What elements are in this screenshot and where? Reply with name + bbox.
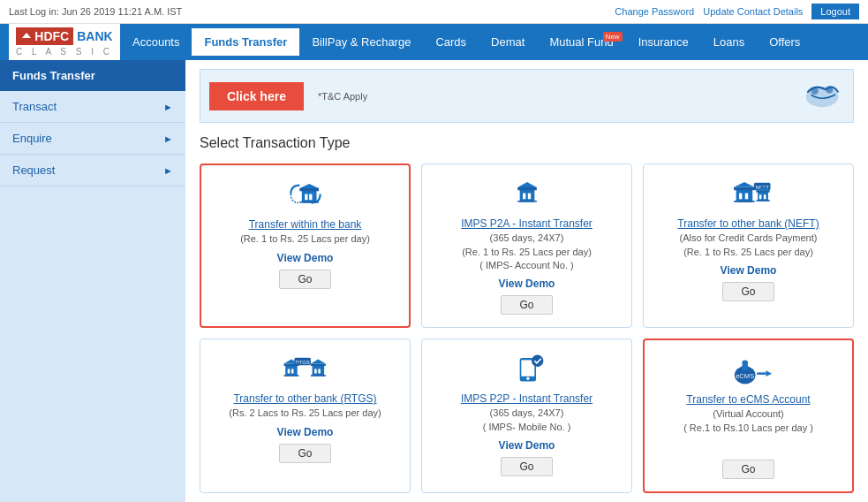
imps-p2a-view-demo[interactable]: View Demo: [431, 278, 623, 290]
svg-rect-26: [756, 190, 769, 193]
within-bank-link[interactable]: Transfer within the bank: [210, 218, 400, 231]
imps-p2p-icon: [431, 352, 623, 385]
classic-text: C L A S S I C: [16, 47, 113, 57]
hdfc-logo-box: HDFC: [16, 27, 73, 45]
svg-rect-22: [739, 194, 742, 200]
imps-p2p-view-demo[interactable]: View Demo: [431, 439, 623, 452]
handshake-icon: [800, 75, 844, 117]
enquire-arrow-icon: ►: [163, 133, 173, 144]
svg-marker-7: [299, 184, 319, 188]
nav-cards[interactable]: Cards: [423, 28, 479, 56]
logo: HDFC BANK C L A S S I C: [9, 24, 120, 60]
svg-rect-42: [314, 369, 317, 374]
svg-marker-41: [310, 360, 325, 364]
svg-rect-23: [744, 194, 747, 200]
svg-rect-36: [287, 369, 290, 374]
nav-offers[interactable]: Offers: [757, 28, 812, 56]
svg-rect-10: [299, 202, 319, 203]
top-bar: Last Log in: Jun 26 2019 11:21 A.M. IST …: [0, 0, 868, 24]
svg-rect-24: [734, 201, 755, 202]
transaction-grid-row1: Transfer within the bank (Re. 1 to Rs. 2…: [200, 164, 854, 328]
main-nav: Accounts Funds Transfer BillPay & Rechar…: [120, 28, 812, 56]
nav-insurance[interactable]: Insurance: [626, 28, 701, 56]
within-bank-desc: (Re. 1 to Rs. 25 Lacs per day): [210, 232, 400, 246]
svg-rect-40: [310, 364, 325, 367]
svg-rect-16: [517, 201, 537, 202]
svg-rect-6: [299, 188, 319, 191]
ecms-go-button[interactable]: Go: [722, 460, 774, 479]
rtgs-view-demo[interactable]: View Demo: [209, 426, 401, 438]
click-here-button[interactable]: Click here: [209, 82, 304, 110]
neft-link[interactable]: Transfer to other bank (NEFT): [653, 217, 844, 230]
svg-rect-8: [305, 194, 307, 201]
imps-p2a-link[interactable]: IMPS P2A - Instant Transfer: [431, 217, 623, 230]
ecms-desc: (Virtual Account)( Re.1 to Rs.10 Lacs pe…: [653, 407, 843, 435]
imps-p2a-go-button[interactable]: Go: [501, 295, 552, 315]
sidebar: Funds Transfer Transact ► Enquire ► Requ…: [0, 60, 185, 502]
svg-rect-30: [756, 200, 769, 202]
ecms-icon: eCMS: [653, 353, 843, 386]
nav-mutual-fund[interactable]: Mutual Fund New: [537, 28, 625, 56]
svg-rect-28: [759, 195, 761, 200]
svg-point-51: [742, 361, 748, 367]
sidebar-item-enquire[interactable]: Enquire ►: [0, 123, 185, 155]
svg-marker-53: [766, 371, 772, 377]
imps-p2p-link[interactable]: IMPS P2P - Instant Transfer: [431, 392, 623, 405]
svg-rect-19: [736, 189, 752, 202]
new-badge: New: [603, 32, 623, 42]
logout-button[interactable]: Logout: [811, 4, 859, 19]
svg-rect-43: [318, 369, 321, 374]
update-contact-link[interactable]: Update Contact Details: [703, 6, 803, 17]
within-bank-icon: [210, 178, 400, 211]
svg-rect-44: [310, 376, 325, 377]
nav-billpay[interactable]: BillPay & Recharge: [299, 28, 423, 56]
nav-demat[interactable]: Demat: [479, 28, 537, 56]
rtgs-link[interactable]: Transfer to other bank (RTGS): [209, 392, 401, 405]
svg-rect-14: [523, 194, 525, 200]
within-bank-go-button[interactable]: Go: [279, 270, 330, 289]
imps-p2p-go-button[interactable]: Go: [501, 457, 552, 476]
neft-go-button[interactable]: Go: [722, 282, 774, 301]
rtgs-go-button[interactable]: Go: [279, 444, 330, 463]
transact-arrow-icon: ►: [163, 102, 173, 112]
svg-rect-11: [519, 189, 534, 202]
rtgs-icon: RTGS: [209, 352, 401, 385]
card-neft: NEFT: [643, 164, 854, 328]
svg-rect-38: [283, 376, 298, 377]
sidebar-item-transact[interactable]: Transact ►: [0, 91, 185, 123]
imps-p2a-desc: (365 days, 24X7)(Re. 1 to Rs. 25 Lacs pe…: [431, 232, 623, 272]
svg-rect-29: [763, 195, 766, 200]
svg-point-3: [811, 87, 819, 95]
main-content: Click here *T&C Apply Select Transaction…: [185, 60, 868, 502]
within-bank-view-demo[interactable]: View Demo: [210, 252, 400, 264]
nav-funds-transfer[interactable]: Funds Transfer: [192, 28, 299, 56]
change-password-link[interactable]: Change Password: [615, 6, 694, 17]
sidebar-title: Funds Transfer: [0, 60, 185, 91]
transaction-grid-row2: RTGS: [200, 338, 854, 493]
neft-view-demo[interactable]: View Demo: [653, 264, 844, 277]
svg-rect-12: [517, 187, 537, 190]
page-layout: Funds Transfer Transact ► Enquire ► Requ…: [0, 60, 868, 502]
svg-text:eCMS: eCMS: [736, 372, 754, 380]
header: HDFC BANK C L A S S I C Accounts Funds T…: [0, 24, 868, 60]
svg-marker-21: [734, 182, 755, 187]
svg-point-47: [526, 377, 529, 380]
svg-point-4: [826, 86, 833, 93]
card-within-bank: Transfer within the bank (Re. 1 to Rs. 2…: [200, 164, 411, 328]
rtgs-desc: (Rs. 2 Lacs to Rs. 25 Lacs per day): [209, 407, 401, 420]
svg-point-48: [532, 355, 543, 367]
card-rtgs: RTGS: [200, 338, 411, 493]
svg-marker-13: [517, 182, 537, 187]
card-imps-p2p: IMPS P2P - Instant Transfer (365 days, 2…: [421, 338, 632, 493]
neft-desc: (Also for Credit Cards Payment)(Re. 1 to…: [653, 232, 844, 259]
svg-rect-37: [291, 369, 293, 374]
banner-tc-text: *T&C Apply: [318, 91, 367, 102]
imps-p2p-desc: (365 days, 24X7)( IMPS- Mobile No. ): [431, 407, 623, 434]
nav-accounts[interactable]: Accounts: [120, 28, 192, 56]
request-arrow-icon: ►: [163, 165, 173, 176]
svg-rect-20: [734, 187, 755, 190]
nav-loans[interactable]: Loans: [701, 28, 757, 56]
ecms-link[interactable]: Transfer to eCMS Account: [653, 393, 843, 406]
sidebar-item-request[interactable]: Request ►: [0, 155, 185, 186]
svg-rect-9: [309, 194, 312, 201]
